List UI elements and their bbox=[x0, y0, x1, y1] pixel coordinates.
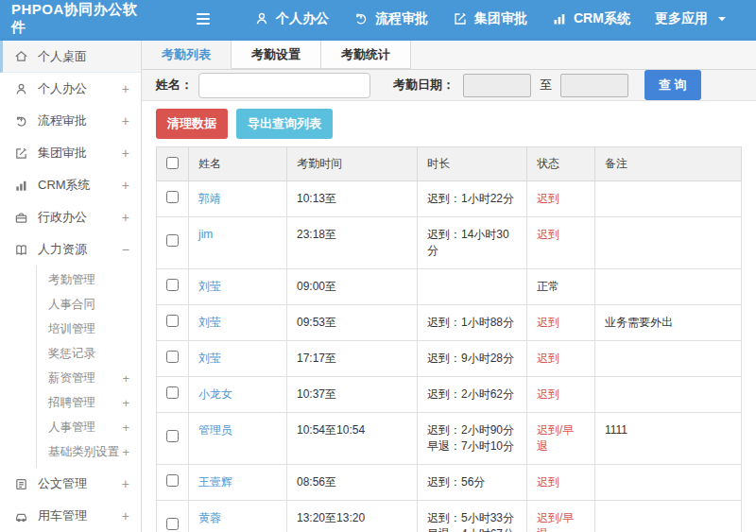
row-checkbox[interactable] bbox=[166, 351, 179, 363]
row-checkbox[interactable] bbox=[166, 518, 179, 530]
duration-line: 迟到：9小时28分 bbox=[427, 351, 517, 367]
sidebar-item-1[interactable]: 个人办公+ bbox=[0, 73, 141, 105]
expand-toggle-icon: + bbox=[122, 476, 129, 491]
table-header-row: 姓名考勤时间时长状态备注 bbox=[157, 147, 742, 181]
expand-toggle-icon: + bbox=[122, 210, 129, 225]
attendance-time-cell: 09:00至 bbox=[287, 269, 418, 305]
duration-cell: 迟到：14小时30分 bbox=[418, 217, 527, 269]
search-button[interactable]: 查 询 bbox=[644, 70, 701, 100]
attendance-time-cell: 08:56至 bbox=[287, 465, 418, 501]
duration-cell: 迟到：1小时88分 bbox=[418, 305, 527, 341]
topnav-item-4[interactable]: 更多应用 bbox=[643, 0, 742, 38]
tab-0[interactable]: 考勤列表 bbox=[142, 41, 232, 69]
note-cell bbox=[595, 341, 742, 377]
row-checkbox[interactable] bbox=[166, 191, 179, 203]
name-link[interactable]: 郭靖 bbox=[198, 192, 221, 205]
sidebar-subitem-0[interactable]: 考勤管理 bbox=[37, 267, 141, 292]
duration-line: 迟到：2小时62分 bbox=[427, 386, 517, 403]
clear-data-button[interactable]: 清理数据 bbox=[156, 109, 228, 139]
status-cell: 迟到 bbox=[527, 217, 595, 269]
status-cell: 正常 bbox=[527, 269, 595, 305]
sidebar-item-label: 个人办公 bbox=[38, 80, 122, 97]
sidebar-subitem-3[interactable]: 奖惩记录 bbox=[37, 341, 141, 366]
menu-toggle-icon[interactable] bbox=[197, 13, 210, 25]
table-row: jim23:18至迟到：14小时30分迟到 bbox=[157, 217, 742, 269]
name-link[interactable]: 黄蓉 bbox=[198, 511, 221, 524]
topnav-item-label: 个人办公 bbox=[276, 10, 329, 27]
name-cell: jim bbox=[189, 217, 287, 269]
row-checkbox[interactable] bbox=[166, 430, 179, 442]
top-navigation: 个人办公流程审批集团审批CRM系统更多应用 bbox=[242, 0, 742, 38]
name-cell: 小龙女 bbox=[189, 377, 287, 413]
topnav-item-1[interactable]: 流程审批 bbox=[341, 0, 440, 38]
sidebar-subitem-6[interactable]: 人事管理+ bbox=[37, 415, 141, 439]
name-link[interactable]: 刘莹 bbox=[198, 280, 221, 293]
sidebar-item-7[interactable]: 公文管理+ bbox=[0, 468, 141, 500]
sidebar-item-label: 用车管理 bbox=[38, 507, 122, 524]
attendance-table-wrap: 姓名考勤时间时长状态备注 郭靖10:13至迟到：1小时22分迟到jim23:18… bbox=[142, 146, 756, 532]
duration-cell: 迟到：5小时33分早退：4小时67分 bbox=[418, 501, 527, 532]
duration-line: 迟到：1小时22分 bbox=[427, 191, 517, 207]
topnav-item-0[interactable]: 个人办公 bbox=[242, 0, 341, 38]
attendance-time-cell: 09:53至 bbox=[287, 305, 418, 341]
row-checkbox[interactable] bbox=[166, 386, 179, 399]
expand-toggle-icon: + bbox=[122, 445, 129, 459]
sidebar-item-5[interactable]: 行政办公+ bbox=[0, 201, 141, 233]
name-link[interactable]: jim bbox=[198, 228, 213, 241]
name-link[interactable]: 刘莹 bbox=[198, 352, 221, 365]
topnav-item-2[interactable]: 集团审批 bbox=[440, 0, 540, 38]
sidebar-item-4[interactable]: CRM系统+ bbox=[0, 169, 141, 201]
date-from-input[interactable] bbox=[463, 74, 531, 97]
sidebar-subitem-label: 薪资管理 bbox=[48, 370, 122, 386]
edit-icon bbox=[14, 146, 30, 161]
status-cell: 迟到 bbox=[527, 305, 595, 341]
row-checkbox[interactable] bbox=[166, 234, 179, 247]
row-checkbox[interactable] bbox=[166, 474, 179, 487]
note-cell bbox=[595, 217, 742, 269]
table-row: 小龙女10:37至迟到：2小时62分迟到 bbox=[157, 377, 742, 413]
attendance-time-cell: 10:54至10:54 bbox=[287, 413, 418, 465]
edit-icon bbox=[453, 11, 468, 26]
duration-cell: 迟到：2小时90分早退：7小时10分 bbox=[418, 413, 527, 465]
sidebar-subitem-2[interactable]: 培训管理 bbox=[37, 317, 141, 341]
duration-line: 迟到：1小时88分 bbox=[427, 315, 517, 331]
export-list-button[interactable]: 导出查询列表 bbox=[236, 109, 333, 139]
expand-toggle-icon: + bbox=[122, 396, 129, 410]
row-checkbox[interactable] bbox=[166, 315, 179, 327]
sidebar-subitem-1[interactable]: 人事合同 bbox=[37, 292, 141, 317]
sidebar-item-6[interactable]: 人力资源− bbox=[0, 233, 141, 266]
attendance-table: 姓名考勤时间时长状态备注 郭靖10:13至迟到：1小时22分迟到jim23:18… bbox=[156, 146, 742, 532]
status-cell: 迟到 bbox=[527, 465, 595, 501]
name-link[interactable]: 管理员 bbox=[198, 423, 232, 437]
status-badge: 迟到 bbox=[537, 387, 559, 401]
date-to-input[interactable] bbox=[560, 74, 628, 97]
sidebar-subitem-label: 考勤管理 bbox=[48, 272, 129, 288]
sidebar-subitem-label: 人事合同 bbox=[48, 297, 129, 313]
select-all-checkbox[interactable] bbox=[166, 157, 179, 169]
sidebar-subitem-4[interactable]: 薪资管理+ bbox=[37, 366, 141, 390]
caret-down-icon bbox=[714, 11, 730, 26]
name-link[interactable]: 小龙女 bbox=[198, 387, 232, 401]
attendance-table-body: 郭靖10:13至迟到：1小时22分迟到jim23:18至迟到：14小时30分迟到… bbox=[157, 181, 742, 532]
sidebar-subitem-7[interactable]: 基础类别设置+ bbox=[37, 439, 141, 464]
sidebar-item-0[interactable]: 个人桌面 bbox=[0, 41, 141, 73]
topnav-item-label: 更多应用 bbox=[655, 10, 708, 27]
sidebar-subitem-5[interactable]: 招聘管理+ bbox=[37, 390, 141, 415]
name-filter-input[interactable] bbox=[198, 73, 370, 98]
attendance-time-cell: 10:37至 bbox=[287, 377, 418, 413]
sidebar-subitem-label: 人事管理 bbox=[48, 420, 122, 436]
duration-cell: 迟到：1小时22分 bbox=[418, 181, 527, 217]
topnav-item-3[interactable]: CRM系统 bbox=[540, 0, 643, 38]
row-checkbox[interactable] bbox=[166, 279, 179, 291]
sidebar-item-3[interactable]: 集团审批+ bbox=[0, 137, 141, 169]
tab-2[interactable]: 考勤统计 bbox=[321, 41, 411, 69]
note-cell bbox=[595, 181, 742, 217]
sidebar-item-2[interactable]: 流程审批+ bbox=[0, 105, 141, 137]
name-link[interactable]: 刘莹 bbox=[198, 316, 221, 329]
tab-1[interactable]: 考勤设置 bbox=[232, 41, 321, 69]
expand-toggle-icon: + bbox=[122, 113, 129, 129]
column-header: 状态 bbox=[527, 147, 595, 181]
status-cell: 迟到 bbox=[527, 181, 595, 217]
name-link[interactable]: 王壹辉 bbox=[198, 475, 232, 489]
sidebar-item-8[interactable]: 用车管理+ bbox=[0, 500, 141, 532]
